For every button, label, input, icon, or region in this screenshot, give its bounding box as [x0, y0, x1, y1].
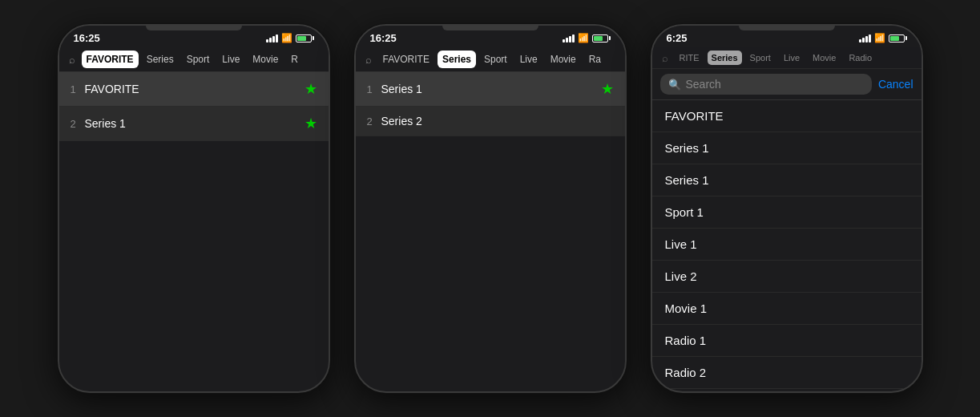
status-icons-3: 📶 [859, 33, 907, 43]
list-item[interactable]: 1 Series 1 ★ [356, 72, 625, 107]
tab-sport-2[interactable]: Sport [479, 51, 512, 68]
cancel-button[interactable]: Cancel [878, 78, 913, 91]
tab-ra-2[interactable]: Ra [584, 51, 606, 68]
list-item[interactable]: Live 1 [652, 229, 922, 261]
item-name: Series 1 [381, 83, 601, 95]
battery-icon-2 [592, 34, 611, 43]
tab-rite: RITE [675, 50, 704, 66]
item-name: Series 2 [381, 115, 614, 128]
star-icon: ★ [304, 115, 317, 132]
signal-icon-3 [859, 34, 871, 43]
search-icon-2[interactable]: ⌕ [362, 52, 375, 67]
wifi-icon-3: 📶 [874, 33, 885, 43]
item-number: 1 [71, 83, 85, 95]
nav-bar-behind-3: ⌕ RITE Series Sport Live Movie Radio [652, 47, 922, 69]
item-name: Movie 1 [665, 302, 708, 315]
tab-series-1[interactable]: Series [142, 51, 179, 68]
item-name: Live 1 [665, 237, 697, 251]
tab-series-behind: Series [708, 51, 742, 65]
phone-screen-3: 6:25 📶 ⌕ RITE Series Sport Li [651, 24, 923, 393]
search-results-list: FAVORITE Series 1 Series 1 Sport 1 Live … [652, 100, 922, 391]
tab-r-1[interactable]: R [286, 51, 303, 68]
wifi-icon-2: 📶 [578, 33, 589, 43]
list-item[interactable]: Series 1 [652, 164, 922, 196]
tab-live-1[interactable]: Live [217, 51, 244, 68]
item-name: Live 2 [665, 269, 697, 283]
list-item[interactable]: Radio 2 [652, 357, 922, 389]
battery-icon-3 [889, 34, 907, 43]
status-icons-1: 📶 [266, 33, 314, 43]
list-item[interactable]: Sport 1 [652, 196, 922, 229]
item-name: Radio 1 [665, 334, 707, 347]
signal-icon-1 [266, 34, 278, 43]
list-item[interactable]: 1 FAVORITE ★ [59, 72, 329, 107]
search-bar-3: 🔍 Search Cancel [652, 69, 922, 100]
list-item[interactable]: Series 1 [652, 132, 922, 164]
tab-movie-1[interactable]: Movie [248, 51, 283, 68]
list-item[interactable]: Radio 1 [652, 325, 922, 357]
tab-live-behind: Live [779, 50, 805, 66]
list-item[interactable]: 2 Series 2 [356, 107, 625, 136]
battery-icon-1 [296, 34, 314, 43]
nav-bar-2: ⌕ FAVORITE Series Sport Live Movie Ra [356, 47, 625, 72]
phone-screen-2: 16:25 📶 ⌕ FAVORITE Series Sport Li [354, 24, 627, 393]
item-name: Series 1 [665, 173, 709, 187]
search-glass-icon: 🔍 [668, 79, 681, 91]
tab-sport-1[interactable]: Sport [182, 51, 215, 68]
search-icon-behind: ⌕ [659, 51, 671, 66]
status-bar-1: 16:25 📶 [59, 26, 329, 47]
list-item[interactable]: FAVORITE [652, 100, 922, 132]
signal-icon-2 [563, 34, 575, 43]
list-item[interactable]: Live 2 [652, 261, 922, 293]
item-name: FAVORITE [665, 109, 724, 123]
list-2: 1 Series 1 ★ 2 Series 2 [356, 72, 625, 391]
list-1: 1 FAVORITE ★ 2 Series 1 ★ [59, 72, 329, 391]
list-item[interactable]: Movie 1 [652, 293, 922, 325]
list-item[interactable]: 2 Series 1 ★ [59, 107, 329, 141]
status-time-1: 16:25 [74, 32, 100, 44]
item-number: 1 [367, 83, 381, 95]
status-time-3: 6:25 [667, 32, 688, 44]
status-time-2: 16:25 [370, 32, 397, 44]
search-input[interactable]: Search [686, 78, 721, 91]
phone-screen-1: 16:25 📶 ⌕ FAVORITE Series Sport Li [58, 24, 330, 393]
tab-movie-behind: Movie [808, 50, 841, 66]
item-name: FAVORITE [85, 83, 304, 95]
tab-radio-behind: Radio [844, 50, 877, 66]
item-name: Series 1 [665, 141, 709, 155]
star-icon: ★ [601, 80, 614, 98]
item-name: Sport 1 [665, 205, 704, 219]
status-icons-2: 📶 [563, 33, 611, 43]
nav-bar-1: ⌕ FAVORITE Series Sport Live Movie R [59, 47, 329, 72]
tab-series-2[interactable]: Series [438, 51, 476, 68]
status-bar-2: 16:25 📶 [356, 26, 625, 47]
tab-sport-behind: Sport [745, 50, 776, 66]
tab-live-2[interactable]: Live [515, 51, 542, 68]
tab-favorite-1[interactable]: FAVORITE [82, 51, 139, 68]
item-number: 2 [71, 118, 85, 130]
search-icon-1[interactable]: ⌕ [66, 52, 79, 67]
tab-movie-2[interactable]: Movie [546, 51, 581, 68]
wifi-icon-1: 📶 [281, 33, 292, 43]
tab-favorite-2[interactable]: FAVORITE [378, 51, 434, 68]
status-bar-3: 6:25 📶 [652, 26, 922, 47]
item-name: Series 1 [85, 117, 304, 130]
search-input-container[interactable]: 🔍 Search [660, 74, 872, 95]
star-icon: ★ [304, 80, 317, 98]
item-number: 2 [367, 115, 381, 128]
item-name: Radio 2 [665, 366, 707, 379]
